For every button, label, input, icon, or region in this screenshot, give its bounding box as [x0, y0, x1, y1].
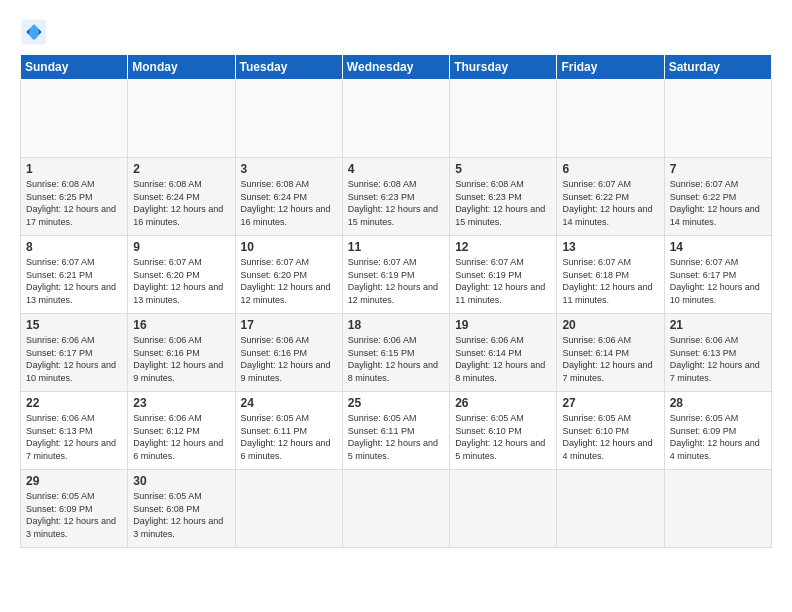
calendar-week-row	[21, 80, 772, 158]
calendar-cell: 1 Sunrise: 6:08 AMSunset: 6:25 PMDayligh…	[21, 158, 128, 236]
day-number: 21	[670, 318, 766, 332]
day-number: 13	[562, 240, 658, 254]
day-number: 12	[455, 240, 551, 254]
day-number: 10	[241, 240, 337, 254]
day-number: 2	[133, 162, 229, 176]
day-number: 28	[670, 396, 766, 410]
calendar-cell	[664, 80, 771, 158]
day-number: 22	[26, 396, 122, 410]
calendar-week-row: 22 Sunrise: 6:06 AMSunset: 6:13 PMDaylig…	[21, 392, 772, 470]
day-of-week-row: SundayMondayTuesdayWednesdayThursdayFrid…	[21, 55, 772, 80]
day-number: 23	[133, 396, 229, 410]
day-number: 3	[241, 162, 337, 176]
dow-header-thursday: Thursday	[450, 55, 557, 80]
calendar-cell	[450, 80, 557, 158]
day-info: Sunrise: 6:05 AMSunset: 6:08 PMDaylight:…	[133, 491, 223, 539]
calendar-cell: 16 Sunrise: 6:06 AMSunset: 6:16 PMDaylig…	[128, 314, 235, 392]
day-number: 16	[133, 318, 229, 332]
day-info: Sunrise: 6:07 AMSunset: 6:22 PMDaylight:…	[562, 179, 652, 227]
day-info: Sunrise: 6:08 AMSunset: 6:23 PMDaylight:…	[348, 179, 438, 227]
calendar-cell: 26 Sunrise: 6:05 AMSunset: 6:10 PMDaylig…	[450, 392, 557, 470]
day-info: Sunrise: 6:07 AMSunset: 6:18 PMDaylight:…	[562, 257, 652, 305]
day-number: 14	[670, 240, 766, 254]
calendar-cell	[342, 470, 449, 548]
day-number: 29	[26, 474, 122, 488]
day-number: 9	[133, 240, 229, 254]
day-info: Sunrise: 6:06 AMSunset: 6:13 PMDaylight:…	[670, 335, 760, 383]
day-info: Sunrise: 6:06 AMSunset: 6:14 PMDaylight:…	[562, 335, 652, 383]
day-info: Sunrise: 6:07 AMSunset: 6:20 PMDaylight:…	[133, 257, 223, 305]
dow-header-saturday: Saturday	[664, 55, 771, 80]
day-number: 25	[348, 396, 444, 410]
day-number: 6	[562, 162, 658, 176]
calendar-cell: 23 Sunrise: 6:06 AMSunset: 6:12 PMDaylig…	[128, 392, 235, 470]
calendar-cell: 6 Sunrise: 6:07 AMSunset: 6:22 PMDayligh…	[557, 158, 664, 236]
day-number: 4	[348, 162, 444, 176]
day-number: 19	[455, 318, 551, 332]
calendar-cell	[557, 470, 664, 548]
calendar-cell: 4 Sunrise: 6:08 AMSunset: 6:23 PMDayligh…	[342, 158, 449, 236]
day-number: 17	[241, 318, 337, 332]
day-info: Sunrise: 6:08 AMSunset: 6:24 PMDaylight:…	[133, 179, 223, 227]
day-info: Sunrise: 6:05 AMSunset: 6:09 PMDaylight:…	[26, 491, 116, 539]
calendar-cell: 24 Sunrise: 6:05 AMSunset: 6:11 PMDaylig…	[235, 392, 342, 470]
calendar-cell: 8 Sunrise: 6:07 AMSunset: 6:21 PMDayligh…	[21, 236, 128, 314]
day-info: Sunrise: 6:06 AMSunset: 6:14 PMDaylight:…	[455, 335, 545, 383]
day-info: Sunrise: 6:07 AMSunset: 6:17 PMDaylight:…	[670, 257, 760, 305]
calendar-cell: 29 Sunrise: 6:05 AMSunset: 6:09 PMDaylig…	[21, 470, 128, 548]
calendar-cell	[235, 470, 342, 548]
day-info: Sunrise: 6:06 AMSunset: 6:15 PMDaylight:…	[348, 335, 438, 383]
calendar-cell: 28 Sunrise: 6:05 AMSunset: 6:09 PMDaylig…	[664, 392, 771, 470]
calendar-cell: 2 Sunrise: 6:08 AMSunset: 6:24 PMDayligh…	[128, 158, 235, 236]
dow-header-tuesday: Tuesday	[235, 55, 342, 80]
day-info: Sunrise: 6:07 AMSunset: 6:21 PMDaylight:…	[26, 257, 116, 305]
day-number: 1	[26, 162, 122, 176]
calendar-cell	[450, 470, 557, 548]
dow-header-monday: Monday	[128, 55, 235, 80]
calendar-cell	[21, 80, 128, 158]
page: SundayMondayTuesdayWednesdayThursdayFrid…	[0, 0, 792, 612]
calendar-cell: 10 Sunrise: 6:07 AMSunset: 6:20 PMDaylig…	[235, 236, 342, 314]
calendar-cell: 21 Sunrise: 6:06 AMSunset: 6:13 PMDaylig…	[664, 314, 771, 392]
header	[20, 18, 772, 46]
day-number: 11	[348, 240, 444, 254]
calendar-cell: 17 Sunrise: 6:06 AMSunset: 6:16 PMDaylig…	[235, 314, 342, 392]
day-info: Sunrise: 6:06 AMSunset: 6:16 PMDaylight:…	[133, 335, 223, 383]
day-number: 7	[670, 162, 766, 176]
day-info: Sunrise: 6:05 AMSunset: 6:11 PMDaylight:…	[348, 413, 438, 461]
calendar-cell: 25 Sunrise: 6:05 AMSunset: 6:11 PMDaylig…	[342, 392, 449, 470]
calendar-week-row: 29 Sunrise: 6:05 AMSunset: 6:09 PMDaylig…	[21, 470, 772, 548]
day-number: 26	[455, 396, 551, 410]
logo-icon	[20, 18, 48, 46]
day-info: Sunrise: 6:07 AMSunset: 6:19 PMDaylight:…	[348, 257, 438, 305]
calendar-cell: 19 Sunrise: 6:06 AMSunset: 6:14 PMDaylig…	[450, 314, 557, 392]
calendar-cell: 3 Sunrise: 6:08 AMSunset: 6:24 PMDayligh…	[235, 158, 342, 236]
calendar-cell: 11 Sunrise: 6:07 AMSunset: 6:19 PMDaylig…	[342, 236, 449, 314]
day-info: Sunrise: 6:07 AMSunset: 6:20 PMDaylight:…	[241, 257, 331, 305]
day-info: Sunrise: 6:05 AMSunset: 6:10 PMDaylight:…	[562, 413, 652, 461]
day-number: 24	[241, 396, 337, 410]
calendar-week-row: 1 Sunrise: 6:08 AMSunset: 6:25 PMDayligh…	[21, 158, 772, 236]
day-number: 5	[455, 162, 551, 176]
calendar-cell	[342, 80, 449, 158]
calendar-cell: 13 Sunrise: 6:07 AMSunset: 6:18 PMDaylig…	[557, 236, 664, 314]
day-info: Sunrise: 6:06 AMSunset: 6:13 PMDaylight:…	[26, 413, 116, 461]
day-info: Sunrise: 6:06 AMSunset: 6:16 PMDaylight:…	[241, 335, 331, 383]
day-number: 8	[26, 240, 122, 254]
dow-header-sunday: Sunday	[21, 55, 128, 80]
calendar-cell: 20 Sunrise: 6:06 AMSunset: 6:14 PMDaylig…	[557, 314, 664, 392]
calendar-week-row: 15 Sunrise: 6:06 AMSunset: 6:17 PMDaylig…	[21, 314, 772, 392]
day-info: Sunrise: 6:05 AMSunset: 6:11 PMDaylight:…	[241, 413, 331, 461]
day-info: Sunrise: 6:06 AMSunset: 6:12 PMDaylight:…	[133, 413, 223, 461]
calendar-cell: 5 Sunrise: 6:08 AMSunset: 6:23 PMDayligh…	[450, 158, 557, 236]
calendar-week-row: 8 Sunrise: 6:07 AMSunset: 6:21 PMDayligh…	[21, 236, 772, 314]
calendar-cell: 27 Sunrise: 6:05 AMSunset: 6:10 PMDaylig…	[557, 392, 664, 470]
calendar-body: 1 Sunrise: 6:08 AMSunset: 6:25 PMDayligh…	[21, 80, 772, 548]
calendar-cell: 7 Sunrise: 6:07 AMSunset: 6:22 PMDayligh…	[664, 158, 771, 236]
calendar-cell	[557, 80, 664, 158]
day-number: 18	[348, 318, 444, 332]
calendar-cell: 9 Sunrise: 6:07 AMSunset: 6:20 PMDayligh…	[128, 236, 235, 314]
calendar-cell: 22 Sunrise: 6:06 AMSunset: 6:13 PMDaylig…	[21, 392, 128, 470]
day-info: Sunrise: 6:08 AMSunset: 6:24 PMDaylight:…	[241, 179, 331, 227]
day-info: Sunrise: 6:08 AMSunset: 6:23 PMDaylight:…	[455, 179, 545, 227]
